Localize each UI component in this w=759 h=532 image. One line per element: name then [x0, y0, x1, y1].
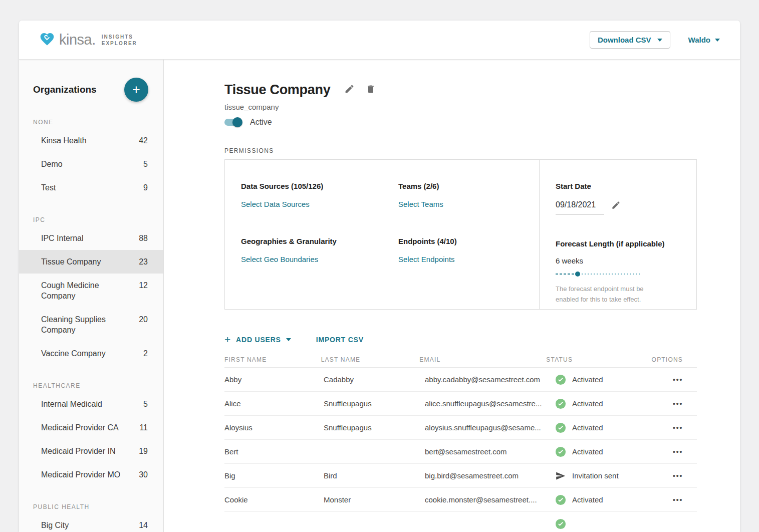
app-card: kinsa. INSIGHTS EXPLORER Download CSV Wa…	[19, 21, 740, 532]
select-teams-link[interactable]: Select Teams	[398, 200, 443, 208]
sidebar-item-medicaid-provider-mo[interactable]: Medicaid Provider MO 30	[19, 463, 163, 486]
cell-last-name: Bird	[324, 471, 425, 480]
row-options-button[interactable]: •••	[673, 473, 683, 478]
cell-options: •••	[663, 447, 697, 456]
sidebar-item-big-city[interactable]: Big City 14	[19, 513, 163, 532]
user-name: Waldo	[688, 36, 710, 44]
forecast-length-title: Forecast Length (if applicable)	[556, 239, 680, 248]
import-csv-button[interactable]: IMPORT CSV	[316, 336, 364, 344]
row-options-button[interactable]: •••	[673, 377, 683, 382]
download-csv-button[interactable]: Download CSV	[590, 31, 670, 49]
sidebar-item-medicaid-provider-in[interactable]: Medicaid Provider IN 19	[19, 439, 163, 463]
cell-options: •••	[663, 375, 697, 384]
sidebar-item-count: 88	[139, 233, 148, 243]
brand-tagline: INSIGHTS EXPLORER	[102, 34, 137, 47]
col-status: STATUS	[546, 356, 651, 363]
cell-status: Activated	[555, 374, 663, 385]
delete-organization-button[interactable]	[366, 84, 376, 96]
edit-title-button[interactable]	[344, 84, 355, 96]
row-options-button[interactable]: •••	[673, 497, 683, 502]
select-data-sources-link[interactable]: Select Data Sources	[241, 200, 310, 208]
sidebar-item-kinsa-health[interactable]: Kinsa Health 42	[19, 129, 163, 152]
user-menu[interactable]: Waldo	[688, 36, 720, 44]
select-endpoints-link[interactable]: Select Endpoints	[398, 255, 455, 263]
row-options-button[interactable]: •••	[673, 425, 683, 430]
cell-status: Activated	[555, 422, 663, 433]
sidebar-section: IPC IPC Internal 88 Tissue Company 23 Co…	[19, 216, 163, 365]
add-users-button[interactable]: + ADD USERS	[224, 336, 291, 344]
cell-status	[555, 518, 663, 529]
sidebar-item-test[interactable]: Test 9	[19, 176, 163, 199]
sidebar-item-count: 42	[139, 135, 148, 146]
sidebar-item-medicaid-provider-ca[interactable]: Medicaid Provider CA 11	[19, 416, 163, 439]
status-label: Invitation sent	[572, 471, 619, 480]
start-date-value[interactable]: 09/18/2021	[556, 200, 604, 214]
forecast-length-slider[interactable]	[556, 272, 640, 277]
sidebar-item-label: Vaccine Company	[41, 348, 106, 359]
slider-thumb[interactable]	[575, 272, 580, 277]
sidebar-item-cleaning-supplies-company[interactable]: Cleaning Supplies Company 20	[19, 308, 163, 342]
sidebar-item-cough-medicine-company[interactable]: Cough Medicine Company 12	[19, 274, 163, 308]
table-row	[224, 512, 697, 532]
sidebar-item-label: Medicaid Provider IN	[41, 446, 116, 456]
sidebar-item-count: 20	[139, 314, 148, 325]
cell-options: •••	[663, 423, 697, 432]
sidebar-item-vaccine-company[interactable]: Vaccine Company 2	[19, 342, 163, 365]
sidebar-item-label: Big City	[41, 520, 69, 530]
trash-icon	[366, 84, 376, 96]
cell-email: bert@sesamestreet.com	[425, 447, 555, 456]
sidebar-section: PUBLIC HEALTH Big City 14	[19, 503, 163, 532]
sidebar-item-count: 12	[139, 280, 148, 291]
forecast-note: The forecast endpoint must be enabled fo…	[556, 284, 654, 305]
cell-email: alice.snuffleupagus@sesamestre...	[425, 399, 555, 408]
row-options-button[interactable]: •••	[673, 449, 683, 454]
chevron-down-icon	[286, 338, 291, 341]
users-table: FIRST NAME LAST NAME EMAIL STATUS OPTION…	[224, 357, 697, 532]
sidebar-item-internal-medicaid[interactable]: Internal Medicaid 5	[19, 392, 163, 416]
select-geo-boundaries-link[interactable]: Select Geo Boundaries	[241, 255, 318, 263]
sidebar-item-label: Kinsa Health	[41, 135, 87, 146]
page-title: Tissue Company	[224, 81, 330, 99]
table-row: Cookie Monster cookie.monster@sesamestre…	[224, 488, 697, 512]
permissions-col-1: Data Sources (105/126) Select Data Sourc…	[225, 160, 382, 309]
col-options: OPTIONS	[652, 356, 697, 363]
sidebar-item-label: Tissue Company	[41, 256, 101, 267]
sidebar-section-label: NONE	[19, 119, 163, 126]
sidebar-section: HEALTHCARE Internal Medicaid 5 Medicaid …	[19, 382, 163, 486]
main-panel: Tissue Company tissue_company Active	[164, 60, 740, 532]
active-toggle[interactable]	[224, 117, 243, 127]
cell-status: Invitation sent	[555, 470, 663, 481]
check-circle-icon	[555, 374, 566, 385]
permissions-col-2: Teams (2/6) Select Teams Endpoints (4/10…	[382, 160, 540, 309]
sidebar-item-label: Internal Medicaid	[41, 399, 102, 409]
add-organization-button[interactable]: +	[124, 78, 148, 102]
cell-email: abby.cadabby@sesamestreet.com	[425, 375, 555, 384]
status-label: Activated	[572, 375, 603, 384]
row-options-button[interactable]: •••	[673, 401, 683, 406]
cell-status: Activated	[555, 446, 663, 457]
sidebar-item-count: 30	[139, 469, 148, 480]
organization-slug: tissue_company	[224, 103, 740, 111]
col-first-name: FIRST NAME	[224, 356, 321, 363]
cell-status: Activated	[555, 494, 663, 505]
cell-first-name: Aloysius	[224, 423, 324, 432]
cell-status: Activated	[555, 398, 663, 409]
teams-title: Teams (2/6)	[398, 182, 523, 190]
sidebar-item-ipc-internal[interactable]: IPC Internal 88	[19, 226, 163, 250]
check-circle-icon	[555, 398, 566, 409]
edit-start-date-button[interactable]	[611, 200, 621, 211]
sidebar-item-label: Cleaning Supplies Company	[41, 314, 121, 335]
status-label: Activated	[572, 423, 603, 432]
download-csv-label: Download CSV	[598, 36, 651, 44]
sidebar-section-label: PUBLIC HEALTH	[19, 503, 163, 510]
sidebar-item-demo[interactable]: Demo 5	[19, 152, 163, 176]
chevron-down-icon	[657, 39, 662, 42]
sidebar-section: NONE Kinsa Health 42 Demo 5 Test 9	[19, 119, 163, 199]
active-toggle-label: Active	[250, 118, 272, 127]
col-email: EMAIL	[419, 356, 546, 363]
cell-email: big.bird@sesamestreet.com	[425, 471, 555, 480]
cell-first-name: Big	[224, 471, 324, 480]
sidebar-item-tissue-company[interactable]: Tissue Company 23	[19, 250, 163, 274]
check-circle-icon	[555, 494, 566, 505]
users-table-header: FIRST NAME LAST NAME EMAIL STATUS OPTION…	[224, 357, 697, 368]
